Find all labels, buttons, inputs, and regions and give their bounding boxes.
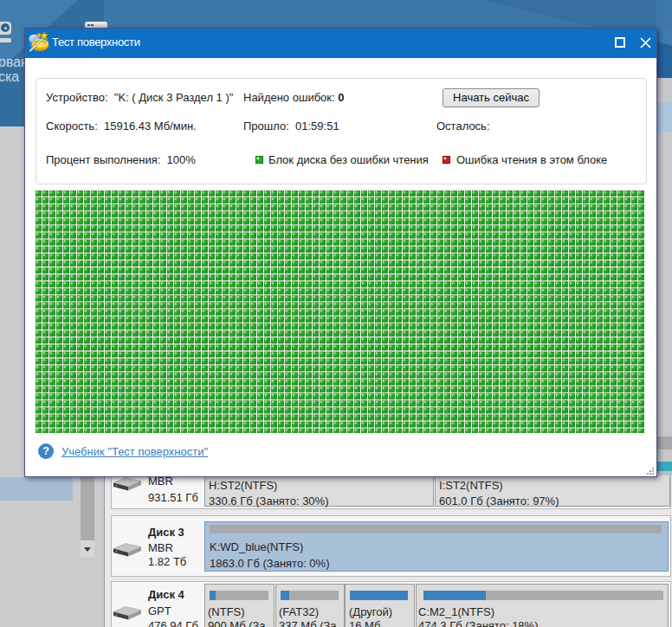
svg-text:?: ? <box>42 445 49 457</box>
